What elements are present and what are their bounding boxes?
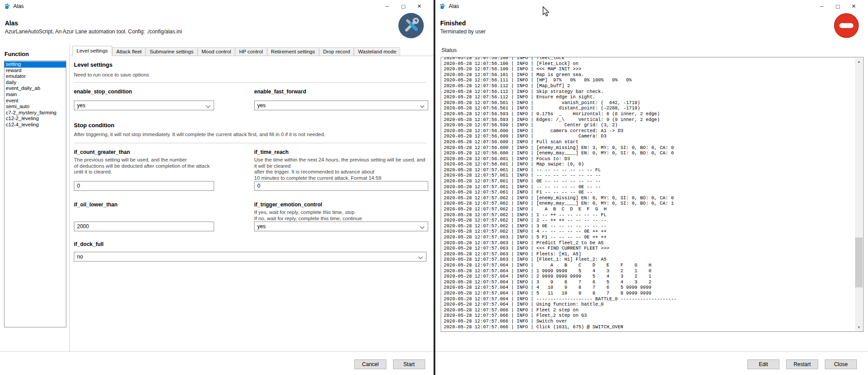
start-button[interactable]: Start [393, 359, 425, 369]
if-trigger-emotion-control-select[interactable]: yes [254, 222, 428, 231]
sidebar-item-setting[interactable]: setting [4, 61, 66, 68]
alas-logo-icon [4, 3, 10, 10]
sidebar-item-daily[interactable]: daily [4, 80, 66, 86]
tools-icon [398, 13, 424, 38]
window-title: Alas [13, 3, 24, 9]
enable-fast-forward-value: yes [257, 102, 266, 109]
if-time-reach-input[interactable] [254, 181, 428, 191]
close-button[interactable]: Close [825, 359, 857, 369]
window-title: Alas [449, 3, 459, 9]
titlebar[interactable]: Alas ─ ▢ ✕ [0, 0, 434, 12]
footer: Cancel Start [0, 351, 434, 375]
sidebar-item-c12-4_leveling[interactable]: c12-4_leveling [4, 122, 66, 128]
sidebar-item-event_daily_ab[interactable]: event_daily_ab [4, 85, 66, 92]
if-oil-lower-than-input[interactable] [74, 222, 214, 231]
run-status-header: Finished Terminated by user [435, 12, 868, 44]
alas-logo-icon [439, 3, 446, 10]
enable-stop-condition-select[interactable]: yes [74, 101, 214, 110]
if-time-reach-label: if_time_reach [254, 149, 428, 155]
scrollbar-thumb[interactable] [855, 238, 863, 287]
window-alas-log: Alas ─ ▢ ✕ Finished Terminated by user S… [435, 0, 868, 375]
chevron-down-icon [420, 104, 425, 108]
enable-stop-condition-label: enable_stop_condition [74, 89, 214, 95]
app-title: Alas [5, 20, 182, 27]
maximize-icon[interactable]: ▢ [395, 0, 411, 12]
divider [74, 143, 426, 143]
sidebar-item-event[interactable]: event [4, 98, 66, 104]
maximize-icon[interactable]: ▢ [830, 0, 846, 12]
chevron-down-icon [206, 104, 211, 108]
app-subtitle: AzurLaneAutoScript, An Azur Lane automat… [5, 28, 182, 35]
log-text: 2020-05-28 12:07:56.100 | INFO | fleet_l… [444, 57, 854, 330]
close-icon[interactable]: ✕ [846, 0, 862, 12]
chevron-down-icon [420, 225, 425, 229]
if-trigger-emotion-control-value: yes [257, 223, 266, 230]
run-status-subtitle: Terminated by user [440, 28, 486, 35]
if-dock-full-value: no [77, 254, 83, 260]
if-dock-full-select[interactable]: no [74, 252, 426, 262]
function-sidebar: Function settingrewardemulatordailyevent… [0, 44, 70, 351]
if-trigger-emotion-control-label: if_trigger_emotion_control [254, 202, 428, 208]
log-scrollbar[interactable]: ▲ ▼ [855, 58, 863, 331]
footer: Edit Restart Close [435, 351, 868, 375]
stop-condition-heading: Stop condition [74, 122, 426, 129]
sidebar-item-c7-2_mystery_farming[interactable]: c7-2_mystery_farming [4, 110, 66, 116]
cancel-button[interactable]: Cancel [354, 359, 386, 369]
if-oil-lower-than-label: if_oil_lower_than [74, 202, 214, 208]
sidebar-item-main[interactable]: main [4, 92, 66, 98]
edit-button[interactable]: Edit [747, 359, 779, 369]
if-count-greater-than-label: if_count_greater_than [74, 149, 214, 155]
enable-fast-forward-select[interactable]: yes [254, 101, 428, 110]
sidebar-item-emulator[interactable]: emulator [4, 73, 66, 80]
section-subheading: Need to run once to save options [74, 72, 426, 77]
section-heading: Level settings [74, 61, 426, 68]
if-trigger-emotion-control-description: If yes, wait for reply, complete this ti… [254, 210, 428, 222]
if-count-greater-than-description: The previous setting will be used, and t… [74, 157, 214, 175]
status-label: Status [442, 47, 457, 53]
level-settings-panel: Level settings Need to run once to save … [70, 54, 434, 351]
chevron-down-icon [418, 255, 423, 259]
log-output-box[interactable]: 2020-05-28 12:07:56.100 | INFO | fleet_l… [441, 57, 864, 332]
enable-stop-condition-value: yes [77, 102, 85, 109]
function-label: Function [4, 51, 69, 57]
if-dock-full-label: if_dock_full [74, 241, 426, 247]
close-icon[interactable]: ✕ [411, 0, 427, 12]
minimize-icon[interactable]: ─ [379, 0, 395, 12]
sidebar-item-semi_auto[interactable]: semi_auto [4, 104, 66, 110]
app-header: Alas AzurLaneAutoScript, An Azur Lane au… [0, 12, 434, 44]
divider [74, 82, 426, 83]
scroll-down-icon[interactable]: ▼ [855, 323, 863, 331]
minimize-icon[interactable]: ─ [814, 0, 830, 12]
mouse-cursor [542, 6, 550, 17]
stop-sign-icon [834, 13, 859, 38]
sidebar-item-reward[interactable]: reward [4, 68, 66, 74]
run-status-title: Finished [440, 20, 486, 27]
restart-button[interactable]: Restart [786, 359, 818, 369]
if-time-reach-description: Use the time within the next 24 hours, t… [254, 157, 428, 181]
enable-fast-forward-label: enable_fast_forward [254, 89, 428, 95]
scroll-up-icon[interactable]: ▲ [855, 58, 863, 65]
window-alas-config: Alas ─ ▢ ✕ Alas AzurLaneAutoScript, An A… [0, 0, 434, 375]
sidebar-item-c12-2_leveling[interactable]: c12-2_leveling [4, 116, 66, 122]
function-listbox[interactable]: settingrewardemulatordailyevent_daily_ab… [4, 60, 66, 327]
if-count-greater-than-input[interactable] [74, 181, 214, 191]
stop-condition-description: After triggering, it will not stop immed… [74, 132, 426, 137]
titlebar[interactable]: Alas ─ ▢ ✕ [435, 0, 868, 12]
